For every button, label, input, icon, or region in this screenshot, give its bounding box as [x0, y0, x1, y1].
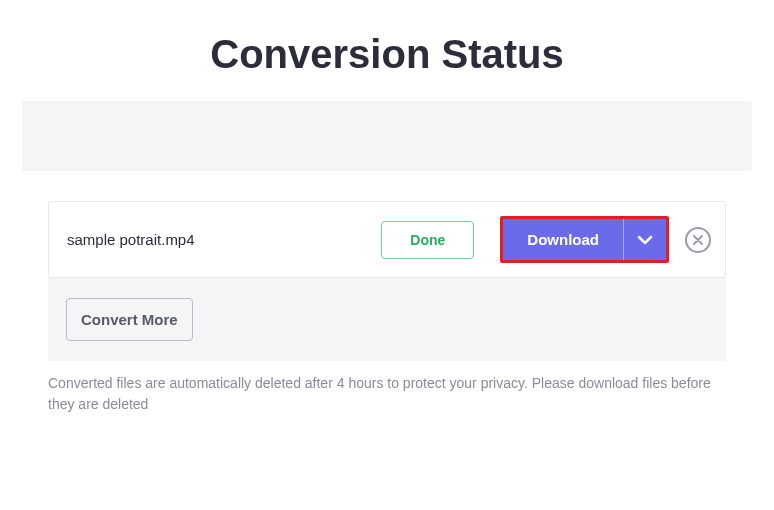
page-title: Conversion Status [0, 0, 774, 101]
close-icon [693, 235, 703, 245]
convert-more-button[interactable]: Convert More [66, 298, 193, 341]
privacy-note: Converted files are automatically delete… [48, 373, 726, 415]
download-dropdown-button[interactable] [624, 219, 666, 260]
convert-more-section: Convert More [48, 278, 726, 361]
download-button[interactable]: Download [503, 219, 624, 260]
chevron-down-icon [637, 235, 653, 245]
conversion-card: sample potrait.mp4 Done Download Convert… [22, 201, 752, 415]
file-row: sample potrait.mp4 Done Download [48, 201, 726, 278]
file-name: sample potrait.mp4 [67, 231, 371, 248]
status-done-button: Done [381, 221, 474, 259]
download-button-group: Download [500, 216, 669, 263]
top-banner [22, 101, 752, 171]
close-button[interactable] [685, 227, 711, 253]
